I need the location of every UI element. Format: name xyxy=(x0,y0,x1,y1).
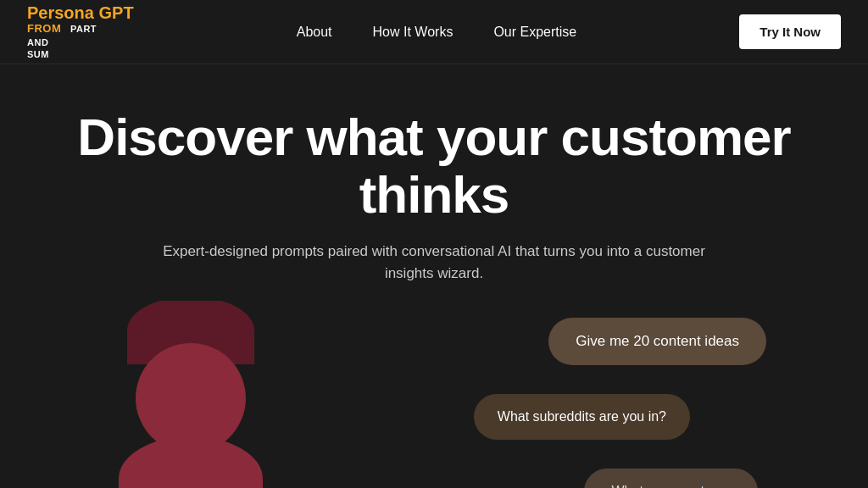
nav-links: About How It Works Our Expertise xyxy=(297,25,576,40)
hero-subtitle: Expert-designed prompts paired with conv… xyxy=(137,241,731,284)
logo-sub1: PART xyxy=(70,24,97,34)
nav-our-expertise[interactable]: Our Expertise xyxy=(493,25,576,40)
logo-subtitle: FROM PART and SUM xyxy=(27,22,134,60)
hero-section: Discover what your customer thinks Exper… xyxy=(0,64,868,301)
nav-about[interactable]: About xyxy=(297,25,332,40)
logo[interactable]: Persona GPT FROM PART and SUM xyxy=(27,3,134,60)
logo-from: FROM xyxy=(27,22,61,35)
person-body xyxy=(119,436,263,488)
nav-how-it-works[interactable]: How It Works xyxy=(373,25,453,40)
try-now-button[interactable]: Try It Now xyxy=(739,14,841,49)
chat-bubble-3: What are your top... xyxy=(584,469,758,488)
navbar: Persona GPT FROM PART and SUM About How … xyxy=(0,0,868,64)
chat-bubble-2: What subreddits are you in? xyxy=(474,394,690,440)
chat-bubble-1: Give me 20 content ideas xyxy=(548,318,766,365)
logo-title: Persona GPT xyxy=(27,3,134,22)
logo-sub3: SUM xyxy=(27,49,49,59)
hero-title: Discover what your customer thinks xyxy=(0,108,868,224)
logo-sub2: and xyxy=(27,37,48,47)
chat-area: Give me 20 content ideas What subreddits… xyxy=(0,301,868,488)
